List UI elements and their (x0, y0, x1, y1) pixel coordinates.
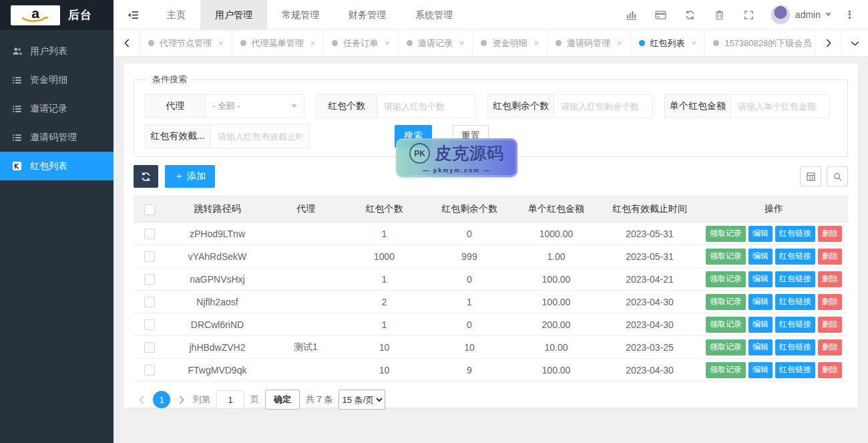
sidebar-item[interactable]: 邀请码管理 (0, 123, 114, 152)
topnav-item[interactable]: 常规管理 (267, 0, 334, 30)
goto-page-input[interactable] (216, 390, 244, 409)
topnav-item[interactable]: 主页 (152, 0, 200, 30)
tab-close-icon[interactable]: × (459, 38, 465, 48)
redpacket-link-button[interactable]: 红包链接 (775, 226, 815, 242)
tab[interactable]: 157380828的下级会员× (705, 30, 815, 56)
tab[interactable]: 红包列表× (631, 30, 706, 56)
sidebar-item[interactable]: 红包列表 (0, 152, 114, 180)
tab[interactable]: 邀请码管理× (548, 30, 631, 56)
tabs-menu-button[interactable] (841, 30, 868, 56)
cell-count: 1 (343, 223, 426, 245)
goto-confirm-button[interactable]: 确定 (265, 390, 300, 410)
row-checkbox[interactable] (144, 274, 155, 285)
cell-agent: 测试1 (269, 336, 343, 359)
edit-button[interactable]: 编辑 (748, 339, 773, 355)
redpacket-link-button[interactable]: 红包链接 (775, 271, 815, 287)
select-all-checkbox[interactable] (144, 204, 155, 215)
row-checkbox[interactable] (144, 342, 155, 353)
claim-records-button[interactable]: 领取记录 (706, 249, 746, 265)
edit-button[interactable]: 编辑 (748, 294, 773, 310)
tab[interactable]: 资金明细× (473, 30, 548, 56)
brand[interactable]: a 后台 (0, 0, 114, 30)
search-field-input[interactable] (377, 94, 476, 118)
fullscreen-button[interactable] (734, 0, 764, 30)
refresh-button[interactable] (676, 0, 705, 30)
trash-button[interactable] (705, 0, 734, 30)
amazon-logo: a (11, 5, 60, 25)
claim-records-button[interactable]: 领取记录 (706, 317, 746, 333)
card-button[interactable] (646, 0, 676, 30)
edit-button[interactable]: 编辑 (748, 317, 773, 333)
tab-close-icon[interactable]: × (385, 38, 390, 48)
per-page-select[interactable]: 15 条/页 (339, 390, 385, 410)
user-menu[interactable]: admin (764, 5, 838, 25)
row-checkbox[interactable] (144, 251, 155, 262)
topnav-item[interactable]: 财务管理 (334, 0, 401, 30)
redpacket-link-button[interactable]: 红包链接 (775, 317, 815, 333)
search-field-input[interactable] (731, 94, 830, 118)
row-checkbox[interactable] (144, 365, 155, 376)
claim-records-button[interactable]: 领取记录 (706, 271, 746, 287)
delete-button[interactable]: 删除 (818, 294, 842, 310)
table-search-button[interactable] (827, 166, 848, 186)
row-checkbox[interactable] (144, 229, 155, 239)
sidebar-item[interactable]: 邀请记录 (0, 94, 114, 123)
sidebar-item[interactable]: 资金明细 (0, 65, 114, 94)
cell-actions: 领取记录编辑红包链接删除 (700, 336, 848, 359)
search-field-input[interactable] (554, 94, 653, 118)
tab[interactable]: 代理节点管理× (140, 30, 232, 56)
edit-button[interactable]: 编辑 (748, 249, 773, 265)
claim-records-button[interactable]: 领取记录 (706, 226, 746, 242)
page-number-button[interactable]: 1 (153, 391, 170, 408)
search-field-label: 红包剩余个数 (487, 94, 554, 118)
topnav-item[interactable]: 系统管理 (401, 0, 467, 30)
row-checkbox-cell (134, 336, 166, 359)
tab-close-icon[interactable]: × (692, 38, 697, 48)
edit-button[interactable]: 编辑 (748, 226, 773, 242)
sidebar-item[interactable]: 用户列表 (0, 37, 114, 65)
cell-deadline: 2023-04-30 (600, 291, 700, 313)
delete-button[interactable]: 删除 (818, 339, 842, 355)
delete-button[interactable]: 删除 (818, 317, 842, 333)
goto-prefix-label: 到第 (193, 394, 210, 406)
tab[interactable]: 邀请记录× (399, 30, 473, 56)
tab-close-icon[interactable]: × (617, 38, 622, 48)
edit-button[interactable]: 编辑 (748, 271, 773, 287)
refresh-table-button[interactable] (134, 165, 158, 188)
claim-records-button[interactable]: 领取记录 (706, 294, 746, 310)
tab-close-icon[interactable]: × (533, 38, 539, 48)
tab[interactable]: 代理菜单管理× (232, 30, 324, 56)
claim-records-button[interactable]: 领取记录 (706, 339, 746, 355)
edit-button[interactable]: 编辑 (748, 362, 773, 378)
search-row-1: 代理- 全部 -红包个数红包剩余个数单个红包金额 (144, 94, 837, 118)
delete-button[interactable]: 删除 (818, 249, 842, 265)
redpacket-link-button[interactable]: 红包链接 (775, 362, 815, 378)
delete-button[interactable]: 删除 (818, 271, 842, 287)
collapse-sidebar-button[interactable] (114, 11, 152, 19)
tabs-scroll-left-button[interactable] (114, 30, 140, 56)
columns-icon (807, 172, 815, 181)
chart-button[interactable] (617, 0, 646, 30)
tab-close-icon[interactable]: × (218, 38, 224, 48)
add-button[interactable]: ＋添加 (165, 165, 215, 188)
tab-close-icon[interactable]: × (310, 38, 316, 48)
filter-columns-button[interactable] (800, 166, 821, 186)
topnav-item[interactable]: 用户管理 (200, 0, 267, 30)
delete-button[interactable]: 删除 (818, 226, 842, 242)
claim-records-button[interactable]: 领取记录 (706, 362, 746, 378)
next-page-button[interactable] (176, 396, 187, 404)
delete-button[interactable]: 删除 (818, 362, 842, 378)
more-menu-button[interactable]: ⋮ (838, 9, 861, 21)
redpacket-link-button[interactable]: 红包链接 (775, 339, 815, 355)
agent-select[interactable]: - 全部 - (206, 94, 304, 118)
redpacket-link-button[interactable]: 红包链接 (775, 294, 815, 310)
prev-page-button[interactable] (136, 396, 147, 404)
tabs-scroll-right-button[interactable] (815, 30, 841, 56)
search-field-input[interactable] (211, 124, 310, 148)
row-checkbox[interactable] (144, 297, 155, 307)
spread-icon (128, 11, 139, 19)
redpacket-link-button[interactable]: 红包链接 (775, 249, 815, 265)
row-checkbox[interactable] (144, 319, 155, 330)
caret-down-icon (291, 104, 297, 108)
tab[interactable]: 任务订单× (324, 30, 399, 56)
